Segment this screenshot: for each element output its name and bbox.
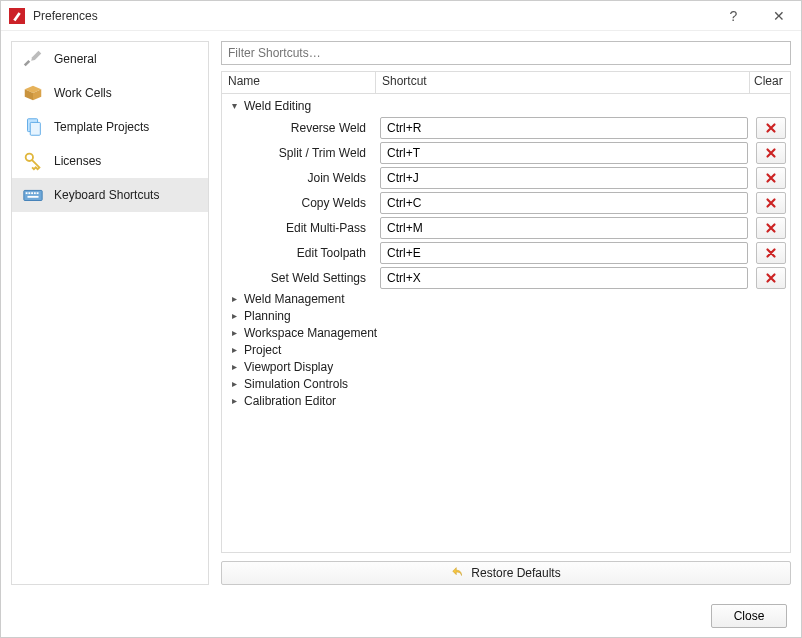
category-toggle[interactable]: ▸Weld Management: [222, 290, 790, 307]
shortcut-row: Edit Toolpath: [222, 240, 790, 265]
category-label: Weld Editing: [244, 99, 311, 113]
content-area: General Work Cells Template Projects Lic…: [1, 31, 801, 595]
clear-shortcut-button[interactable]: [756, 242, 786, 264]
category-toggle[interactable]: ▸Simulation Controls: [222, 375, 790, 392]
action-name: Set Weld Settings: [222, 271, 376, 285]
chevron-right-icon: ▸: [228, 344, 240, 355]
category-label: Weld Management: [244, 292, 345, 306]
category-label: Viewport Display: [244, 360, 333, 374]
category-toggle[interactable]: ▸Project: [222, 341, 790, 358]
action-name: Reverse Weld: [222, 121, 376, 135]
sidebar-item-templates[interactable]: Template Projects: [12, 110, 208, 144]
column-header-name[interactable]: Name: [222, 72, 376, 93]
svg-rect-7: [34, 192, 36, 194]
sidebar-item-shortcuts[interactable]: Keyboard Shortcuts: [12, 178, 208, 212]
shortcut-row: Copy Welds: [222, 190, 790, 215]
chevron-right-icon: ▸: [228, 327, 240, 338]
shortcut-input[interactable]: [380, 167, 748, 189]
clear-shortcut-button[interactable]: [756, 117, 786, 139]
category-label: Project: [244, 343, 281, 357]
shortcut-row: Edit Multi-Pass: [222, 215, 790, 240]
sidebar-item-label: Template Projects: [54, 120, 149, 134]
action-name: Copy Welds: [222, 196, 376, 210]
shortcut-row: Set Weld Settings: [222, 265, 790, 290]
keyboard-icon: [22, 184, 44, 206]
main-panel: Name Shortcut Clear ▾ Weld Editing Rever…: [221, 41, 791, 585]
category-toggle[interactable]: ▸Calibration Editor: [222, 392, 790, 409]
sidebar-item-label: General: [54, 52, 97, 66]
category-label: Workspace Management: [244, 326, 377, 340]
sidebar-item-general[interactable]: General: [12, 42, 208, 76]
chevron-right-icon: ▸: [228, 293, 240, 304]
svg-rect-8: [37, 192, 39, 194]
category-label: Simulation Controls: [244, 377, 348, 391]
category-toggle[interactable]: ▸Planning: [222, 307, 790, 324]
action-name: Join Welds: [222, 171, 376, 185]
window-close-button[interactable]: ✕: [756, 1, 801, 31]
clear-shortcut-button[interactable]: [756, 267, 786, 289]
action-name: Edit Multi-Pass: [222, 221, 376, 235]
category-label: Planning: [244, 309, 291, 323]
sidebar-item-label: Work Cells: [54, 86, 112, 100]
key-icon: [22, 150, 44, 172]
restore-defaults-label: Restore Defaults: [471, 566, 560, 580]
titlebar: Preferences ? ✕: [1, 1, 801, 31]
shortcut-row: Join Welds: [222, 165, 790, 190]
sidebar-item-workcells[interactable]: Work Cells: [12, 76, 208, 110]
sidebar-item-label: Licenses: [54, 154, 101, 168]
shortcut-row: Split / Trim Weld: [222, 140, 790, 165]
clear-shortcut-button[interactable]: [756, 142, 786, 164]
app-icon: [9, 8, 25, 24]
sidebar-item-label: Keyboard Shortcuts: [54, 188, 159, 202]
window-title: Preferences: [33, 9, 98, 23]
shortcut-input[interactable]: [380, 267, 748, 289]
category-toggle[interactable]: ▸Workspace Management: [222, 324, 790, 341]
shortcut-input[interactable]: [380, 192, 748, 214]
svg-rect-6: [31, 192, 33, 194]
category-toggle[interactable]: ▸Viewport Display: [222, 358, 790, 375]
clear-shortcut-button[interactable]: [756, 217, 786, 239]
shortcuts-grid: Name Shortcut Clear ▾ Weld Editing Rever…: [221, 71, 791, 553]
chevron-right-icon: ▸: [228, 310, 240, 321]
svg-rect-3: [24, 190, 42, 200]
action-name: Edit Toolpath: [222, 246, 376, 260]
close-button[interactable]: Close: [711, 604, 787, 628]
column-header-clear[interactable]: Clear: [750, 72, 790, 93]
sidebar: General Work Cells Template Projects Lic…: [11, 41, 209, 585]
documents-icon: [22, 116, 44, 138]
box-icon: [22, 82, 44, 104]
category-toggle[interactable]: ▾ Weld Editing: [222, 96, 790, 115]
action-name: Split / Trim Weld: [222, 146, 376, 160]
clear-shortcut-button[interactable]: [756, 192, 786, 214]
preferences-window: Preferences ? ✕ General Work Cells: [0, 0, 802, 638]
column-header-shortcut[interactable]: Shortcut: [376, 72, 750, 93]
chevron-right-icon: ▸: [228, 378, 240, 389]
sidebar-item-licenses[interactable]: Licenses: [12, 144, 208, 178]
svg-rect-5: [28, 192, 30, 194]
chevron-down-icon: ▾: [228, 100, 240, 111]
grid-body: ▾ Weld Editing Reverse Weld Split / Trim…: [222, 94, 790, 552]
shortcut-input[interactable]: [380, 242, 748, 264]
category-label: Calibration Editor: [244, 394, 336, 408]
svg-point-2: [26, 154, 33, 161]
footer: Close: [1, 595, 801, 637]
svg-rect-4: [26, 192, 28, 194]
tools-icon: [22, 48, 44, 70]
shortcut-input[interactable]: [380, 117, 748, 139]
clear-shortcut-button[interactable]: [756, 167, 786, 189]
svg-rect-1: [30, 122, 40, 135]
shortcut-input[interactable]: [380, 142, 748, 164]
shortcut-row: Reverse Weld: [222, 115, 790, 140]
filter-shortcuts-input[interactable]: [221, 41, 791, 65]
svg-rect-9: [28, 196, 39, 198]
grid-header: Name Shortcut Clear: [222, 72, 790, 94]
chevron-right-icon: ▸: [228, 395, 240, 406]
shortcut-input[interactable]: [380, 217, 748, 239]
category-weld-editing: ▾ Weld Editing Reverse Weld Split / Trim…: [222, 96, 790, 290]
undo-arrow-icon: [451, 565, 465, 582]
chevron-right-icon: ▸: [228, 361, 240, 372]
restore-defaults-button[interactable]: Restore Defaults: [221, 561, 791, 585]
help-button[interactable]: ?: [711, 1, 756, 31]
